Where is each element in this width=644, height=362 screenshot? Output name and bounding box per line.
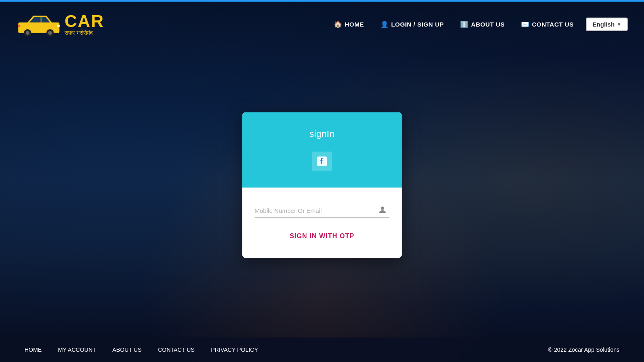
card-body: SIGN IN WITH OTP — [242, 188, 402, 258]
footer-copyright: © 2022 Zocar App Solutions — [548, 346, 619, 353]
footer-link-privacy[interactable]: PRIVACY POLICY — [211, 346, 258, 353]
navbar: CAR सफर भरोसेमंद 🏠 HOME 👤 LOGIN / SIGN U… — [0, 2, 644, 47]
chevron-down-icon: ▼ — [617, 22, 621, 27]
logo-car-label: CAR — [65, 13, 104, 30]
language-selector[interactable]: English ▼ — [586, 18, 628, 31]
mobile-email-input[interactable] — [255, 204, 389, 218]
signin-card: signIn f SIGN IN WITH OTP — [242, 112, 402, 258]
svg-rect-9 — [18, 25, 20, 27]
nav-item-contact[interactable]: ✉️ CONTACT US — [513, 17, 582, 31]
nav-home-label: HOME — [345, 21, 364, 28]
nav-contact-label: CONTACT US — [532, 21, 574, 28]
logo-car-icon — [16, 11, 61, 38]
nav-item-about[interactable]: ℹ️ ABOUT US — [452, 17, 513, 31]
footer-link-about[interactable]: ABOUT US — [112, 346, 141, 353]
nav-login-label: LOGIN / SIGN UP — [391, 21, 444, 28]
svg-rect-8 — [57, 25, 60, 27]
mobile-input-group — [255, 204, 389, 218]
footer-link-home[interactable]: HOME — [25, 346, 42, 353]
footer-links: HOME MY ACCOUNT ABOUT US CONTACT US PRIV… — [25, 346, 258, 353]
person-icon: 👤 — [380, 20, 389, 28]
svg-text:f: f — [320, 157, 323, 166]
nav-links: 🏠 HOME 👤 LOGIN / SIGN UP ℹ️ ABOUT US ✉️ … — [326, 17, 628, 31]
info-icon: ℹ️ — [460, 20, 469, 28]
user-icon — [378, 206, 387, 217]
svg-point-12 — [381, 207, 384, 210]
language-label: English — [593, 21, 615, 28]
nav-about-label: ABOUT US — [471, 21, 505, 28]
logo[interactable]: CAR सफर भरोसेमंद — [16, 11, 104, 38]
footer-link-contact[interactable]: CONTACT US — [158, 346, 195, 353]
facebook-icon: f — [316, 156, 328, 167]
signin-title: signIn — [250, 129, 394, 139]
signin-otp-button[interactable]: SIGN IN WITH OTP — [255, 226, 389, 241]
logo-text: CAR सफर भरोसेमंद — [65, 13, 104, 36]
card-header: signIn f — [242, 112, 402, 188]
footer: HOME MY ACCOUNT ABOUT US CONTACT US PRIV… — [0, 337, 644, 362]
nav-item-login[interactable]: 👤 LOGIN / SIGN UP — [372, 17, 452, 31]
logo-subtext: सफर भरोसेमंद — [65, 30, 104, 36]
svg-point-7 — [48, 31, 52, 35]
signin-card-wrapper: signIn f SIGN IN WITH OTP — [242, 112, 402, 258]
footer-link-myaccount[interactable]: MY ACCOUNT — [58, 346, 96, 353]
nav-item-home[interactable]: 🏠 HOME — [326, 17, 372, 31]
home-icon: 🏠 — [334, 20, 342, 28]
facebook-signin-button[interactable]: f — [312, 152, 332, 171]
svg-point-5 — [26, 31, 29, 35]
mail-icon: ✉️ — [521, 20, 530, 28]
